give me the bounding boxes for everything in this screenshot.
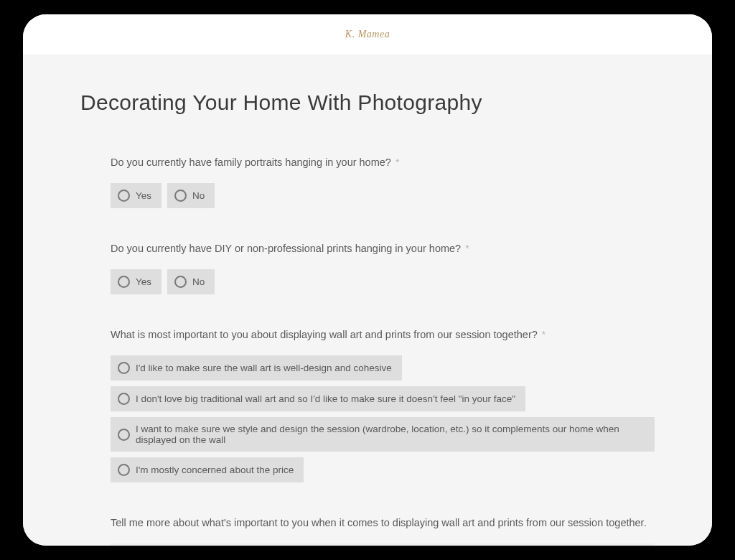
page-title: Decorating Your Home With Photography	[80, 90, 655, 115]
radio-circle-icon	[118, 276, 130, 288]
required-mark: *	[465, 243, 469, 254]
radio-label: I want to make sure we style and design …	[136, 424, 645, 445]
radio-option[interactable]: I want to make sure we style and design …	[111, 417, 655, 452]
radio-circle-icon	[118, 429, 130, 441]
question-block: Tell me more about what's important to y…	[111, 515, 655, 546]
question-label: What is most important to you about disp…	[111, 327, 655, 342]
radio-label: No	[192, 190, 205, 201]
question-text: Do you currently have family portraits h…	[111, 157, 391, 168]
options-row: Yes No	[111, 269, 655, 294]
radio-circle-icon	[118, 393, 130, 405]
radio-circle-icon	[118, 464, 130, 476]
radio-option[interactable]: I'm mostly concerned about the price	[111, 457, 304, 482]
question-label: Do you currently have family portraits h…	[111, 155, 655, 170]
radio-label: I'd like to make sure the wall art is we…	[136, 363, 392, 373]
options-row: Yes No	[111, 183, 655, 208]
radio-label: Yes	[136, 276, 151, 287]
radio-option-no[interactable]: No	[167, 269, 215, 294]
header: K. Mamea	[23, 14, 712, 55]
radio-circle-icon	[118, 190, 130, 202]
radio-label: Yes	[136, 190, 151, 201]
question-block: What is most important to you about disp…	[111, 327, 655, 482]
question-label: Do you currently have DIY or non-profess…	[111, 241, 655, 256]
radio-label: I don't love big traditional wall art an…	[136, 393, 515, 404]
radio-option-no[interactable]: No	[167, 183, 215, 208]
required-mark: *	[395, 157, 399, 168]
radio-option[interactable]: I don't love big traditional wall art an…	[111, 386, 525, 411]
form-window: K. Mamea Decorating Your Home With Photo…	[23, 14, 712, 546]
question-block: Do you currently have DIY or non-profess…	[111, 241, 655, 294]
textarea-input[interactable]	[111, 543, 655, 546]
radio-circle-icon	[174, 276, 187, 288]
radio-option-yes[interactable]: Yes	[111, 269, 161, 294]
question-text: Do you currently have DIY or non-profess…	[111, 243, 461, 254]
content-area: Decorating Your Home With Photography Do…	[23, 55, 712, 546]
question-text: Tell me more about what's important to y…	[111, 517, 647, 528]
radio-label: No	[192, 276, 205, 287]
form-area: Do you currently have family portraits h…	[80, 155, 655, 546]
question-block: Do you currently have family portraits h…	[111, 155, 655, 208]
radio-option[interactable]: I'd like to make sure the wall art is we…	[111, 355, 402, 381]
question-label: Tell me more about what's important to y…	[111, 515, 655, 531]
required-mark: *	[542, 329, 546, 340]
logo: K. Mamea	[345, 29, 390, 40]
radio-option-yes[interactable]: Yes	[111, 183, 161, 208]
question-text: What is most important to you about disp…	[111, 329, 538, 340]
radio-circle-icon	[174, 190, 187, 202]
radio-circle-icon	[118, 362, 130, 374]
options-col: I'd like to make sure the wall art is we…	[111, 355, 655, 482]
radio-label: I'm mostly concerned about the price	[136, 465, 294, 475]
